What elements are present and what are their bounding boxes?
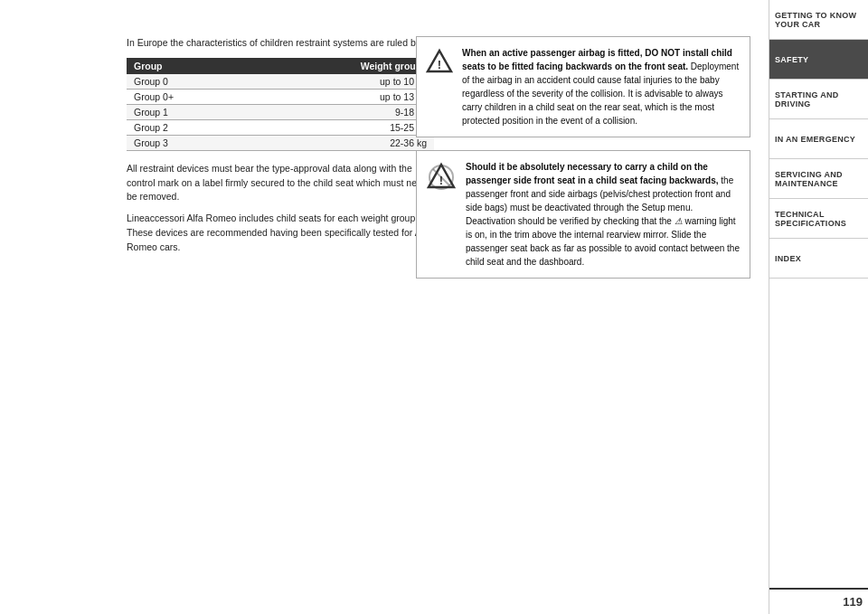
warning-triangle-icon: !	[426, 48, 453, 75]
sidebar-item-safety[interactable]: SAFETY	[769, 40, 868, 80]
warning-text-1: When an active passenger airbag is fitte…	[462, 46, 741, 128]
sidebar-item-getting-to-know-your-car[interactable]: GETTING TO KNOW YOUR CAR	[769, 0, 868, 40]
group-cell: Group 3	[127, 135, 250, 150]
table-row: Group 0+up to 13 kg	[127, 89, 434, 104]
svg-text:!: !	[438, 58, 441, 71]
weight-cell: 22-36 kg	[250, 135, 434, 150]
page-number: 119	[769, 588, 868, 614]
table-row: Group 19-18 kg	[127, 104, 434, 119]
group-cell: Group 0	[127, 74, 250, 90]
weight-cell: 9-18 kg	[250, 104, 434, 119]
sidebar-item-in-an-emergency[interactable]: IN AN EMERGENCY	[769, 119, 868, 159]
table-row: Group 322-36 kg	[127, 135, 434, 150]
sidebar-item-index[interactable]: INDEX	[769, 239, 868, 279]
sidebar-item-technical-specifications[interactable]: TECHNICAL SPECIFICATIONS	[769, 199, 868, 239]
sidebar: GETTING TO KNOW YOUR CARSAFETYSTARTING A…	[769, 0, 868, 614]
right-panel: ! When an active passenger airbag is fit…	[416, 36, 750, 291]
warning-text-2: Should it be absolutely necessary to car…	[466, 160, 741, 269]
weight-cell: 15-25 kg	[250, 119, 434, 135]
col-group: Group	[127, 58, 250, 74]
main-content: In Europe the characteristics of childre…	[0, 0, 769, 614]
group-cell: Group 0+	[127, 89, 250, 104]
table-body: Group 0up to 10 kgGroup 0+up to 13 kgGro…	[127, 74, 434, 151]
warning-box-2: ! Should it be absolutely necessary to c…	[416, 150, 750, 279]
warning-box-1: ! When an active passenger airbag is fit…	[416, 36, 750, 137]
weight-cell: up to 10 kg	[250, 74, 434, 90]
group-cell: Group 1	[127, 104, 250, 119]
sidebar-item-starting-and-driving[interactable]: STARTING AND DRIVING	[769, 80, 868, 119]
table-row: Group 215-25 kg	[127, 119, 434, 135]
body-text-1: All restraint devices must bear the type…	[127, 162, 434, 204]
body-text-2: Lineaccessori Alfa Romeo includes child …	[127, 212, 434, 254]
table-row: Group 0up to 10 kg	[127, 74, 434, 90]
no-symbol-icon: !	[426, 162, 457, 193]
sidebar-item-servicing-and-maintenance[interactable]: SERVICING AND MAINTENANCE	[769, 159, 868, 199]
weight-groups-table: Group Weight groups Group 0up to 10 kgGr…	[127, 58, 434, 151]
weight-cell: up to 13 kg	[250, 89, 434, 104]
col-weight: Weight groups	[250, 58, 434, 74]
group-cell: Group 2	[127, 119, 250, 135]
